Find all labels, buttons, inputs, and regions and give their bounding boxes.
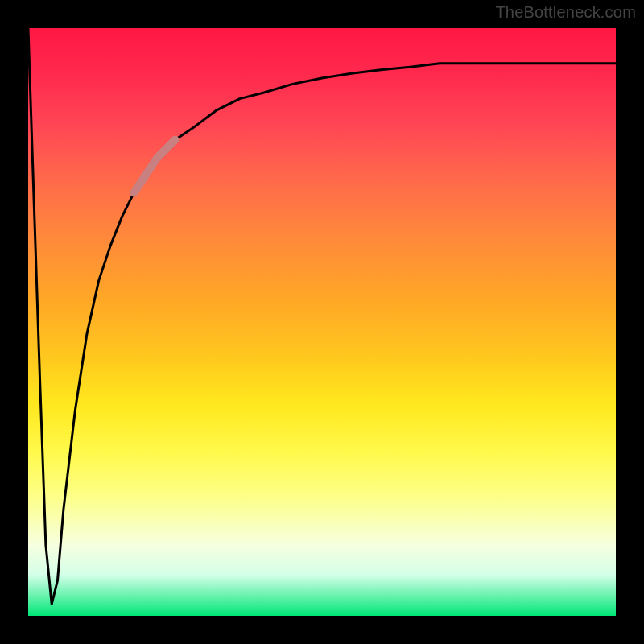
curve-svg bbox=[28, 28, 616, 616]
main-curve bbox=[28, 28, 616, 604]
chart-frame: TheBottleneck.com bbox=[0, 0, 644, 644]
watermark-text: TheBottleneck.com bbox=[495, 3, 636, 22]
highlight-segment bbox=[134, 140, 175, 193]
plot-area bbox=[28, 28, 616, 616]
